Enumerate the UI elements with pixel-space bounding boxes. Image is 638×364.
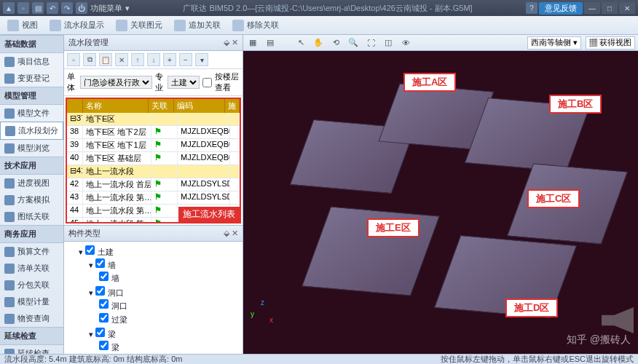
zone-a-label: 施工A区 — [403, 73, 456, 92]
rotate-icon[interactable]: ⟲ — [329, 36, 342, 50]
speaker-icon — [602, 307, 634, 333]
unit-select[interactable]: 门急诊楼及行政 — [80, 76, 152, 89]
cursor-icon[interactable]: ↖ — [294, 36, 307, 50]
nav-section-biz: 商务应用 — [0, 225, 63, 243]
zone-b-label: 施工B区 — [549, 95, 602, 114]
change-icon — [4, 74, 15, 84]
maximize-button[interactable]: □ — [602, 2, 618, 14]
table-row[interactable]: 42地上一流水段 首层⚑MJZLDSYLSDL001 — [67, 178, 240, 191]
fit-icon[interactable]: ⛶ — [364, 36, 377, 50]
nav-subcontract[interactable]: 分包关联 — [0, 277, 63, 293]
nav-budget[interactable]: 预算文件 — [0, 243, 63, 260]
unit-label: 单体 — [67, 71, 77, 93]
minus-btn[interactable]: − — [179, 53, 192, 66]
tree-wall-leaf[interactable]: 墙 — [99, 271, 238, 285]
table-row[interactable]: 38地下E区 地下2层⚑MJZLDXEQB02 — [67, 126, 240, 139]
info-icon — [4, 57, 15, 67]
byfloor-checkbox[interactable] — [202, 78, 212, 87]
tree-wall[interactable]: ▾ 墙 墙 — [89, 258, 238, 285]
nav-material[interactable]: 物资查询 — [0, 310, 63, 327]
zone-e-label: 施工E区 — [367, 218, 420, 237]
component-tree[interactable]: ▾ 土建 ▾ 墙 墙 ▾ 洞口 洞口 过梁 ▾ 梁 梁 圈梁 — [64, 242, 243, 354]
ribbon-link[interactable]: 关联图元 — [113, 20, 165, 31]
nav-section-model: 模型管理 — [0, 87, 63, 105]
budget-icon — [4, 247, 15, 257]
status-left: 流水段高度: 5.4m 建筑底标高: 0m 结构底标高: 0m — [4, 354, 182, 364]
table-row[interactable]: 39地下E区 地下1层⚑MJZLDXEQB01 — [67, 139, 240, 152]
tree-beam[interactable]: ▾ 梁 梁 圈梁 — [89, 327, 238, 354]
titlebar: ▲ ▫ ▤ ↶ ↷ ⏻ 功能菜单 ▾ 广联达 BIM5D 2.0—[云南城投-C… — [0, 0, 638, 16]
open-icon[interactable]: ▤ — [32, 2, 44, 14]
del-btn[interactable]: ✕ — [115, 53, 128, 66]
window-title: 广联达 BIM5D 2.0—[云南城投-C:\Users\emrj-a\Desk… — [130, 3, 526, 14]
nav-list-link[interactable]: 清单关联 — [0, 260, 63, 277]
nav-model-browse[interactable]: 模型浏览 — [0, 140, 63, 157]
comp-panel-title: 构件类型 ⬙ ✕ — [64, 226, 243, 242]
append-icon — [174, 20, 186, 31]
sub-icon — [4, 280, 15, 290]
menu-dropdown[interactable]: 功能菜单 — [90, 3, 122, 14]
up-btn[interactable]: ↑ — [131, 53, 144, 66]
nav-drawing[interactable]: 图纸关联 — [0, 208, 63, 225]
nav-model-calc[interactable]: 模型计量 — [0, 293, 63, 310]
help-icon[interactable]: ? — [526, 2, 537, 14]
table-row[interactable]: 43地上一流水段 第…⚑MJZLDSYLSDL002 — [67, 191, 240, 205]
ribbon-append[interactable]: 追加关联 — [171, 20, 224, 31]
nav-model-file[interactable]: 模型文件 — [0, 105, 63, 122]
new-icon[interactable]: ▫ — [17, 2, 29, 14]
viewport-3d[interactable]: ▦ ▤ ↖ ✋ ⟲ 🔍 ⛶ ◫ 👁 西南等轴侧 ▾ ▦ 获得视图 施工A区 施工… — [243, 35, 638, 354]
get-view-button[interactable]: ▦ 获得视图 — [586, 36, 635, 50]
layers-icon[interactable]: ▤ — [264, 36, 277, 50]
list-icon — [4, 264, 15, 274]
file-icon — [4, 108, 15, 119]
viewport-toolbar: ▦ ▤ ↖ ✋ ⟲ 🔍 ⛶ ◫ 👁 西南等轴侧 ▾ ▦ 获得视图 — [243, 35, 638, 51]
undo-icon[interactable]: ↶ — [47, 2, 58, 14]
drawing-icon — [4, 212, 15, 222]
spec-select[interactable]: 土建 — [168, 76, 200, 89]
pin2-icon[interactable]: ⬙ ✕ — [224, 229, 238, 238]
nav-section-check: 延续检查 — [0, 327, 63, 345]
view-angle-select[interactable]: 西南等轴侧 ▾ — [527, 36, 581, 50]
zoom-icon[interactable]: 🔍 — [347, 36, 360, 50]
nav-flow-division[interactable]: 流水段划分 — [0, 122, 63, 140]
paste-btn[interactable]: 📋 — [99, 53, 112, 66]
scene-3d[interactable]: 施工A区 施工B区 施工C区 施工D区 施工E区 x y z 知乎 @搬砖人 — [243, 51, 638, 354]
nav-project-info[interactable]: 项目信息 — [0, 53, 63, 70]
ribbon-flow[interactable]: 流水段显示 — [47, 20, 107, 31]
flow-toolbar: ▫ ⧉ 📋 ✕ ↑ ↓ + − ▾ — [64, 51, 243, 69]
status-right: 按住鼠标左键拖动，单击鼠标右键或ESC退出旋转模式 — [441, 354, 634, 364]
new-btn[interactable]: ▫ — [67, 53, 80, 66]
nav-progress[interactable]: 进度视图 — [0, 175, 63, 191]
nav-change-reg[interactable]: 变更登记 — [0, 70, 63, 87]
nav-scheme[interactable]: 方案模拟 — [0, 191, 63, 208]
table-row[interactable]: ⊟41地上一流水段 — [67, 165, 240, 178]
check-icon — [4, 349, 15, 355]
redo-icon[interactable]: ↷ — [61, 2, 73, 14]
add-btn[interactable]: + — [163, 53, 176, 66]
browse-icon — [4, 143, 15, 154]
minimize-button[interactable]: — — [584, 2, 600, 14]
table-row[interactable]: ⊟37地下E区 — [67, 113, 240, 126]
eye-icon[interactable]: 👁 — [399, 36, 412, 50]
power-icon[interactable]: ⏻ — [76, 2, 87, 14]
nav-check[interactable]: 延续检查 — [0, 345, 63, 354]
ribbon-view[interactable]: 视图 — [4, 20, 41, 31]
division-icon — [5, 126, 15, 136]
copy-btn[interactable]: ⧉ — [83, 53, 96, 66]
box-icon[interactable]: ◫ — [382, 36, 395, 50]
more-btn[interactable]: ▾ — [195, 53, 208, 66]
close-button[interactable]: ✕ — [619, 2, 635, 14]
pin-icon[interactable]: ⬙ ✕ — [224, 38, 238, 47]
down-btn[interactable]: ↓ — [147, 53, 160, 66]
table-row[interactable]: 40地下E区 基础层⚑MJZLDXEQB00 — [67, 152, 240, 165]
tree-opening[interactable]: ▾ 洞口 洞口 过梁 — [89, 285, 238, 327]
byfloor-label: 按楼层查看 — [215, 71, 240, 93]
spec-label: 专业 — [155, 71, 165, 93]
tree-root[interactable]: ▾ 土建 ▾ 墙 墙 ▾ 洞口 洞口 过梁 ▾ 梁 梁 圈梁 — [79, 245, 238, 354]
grid-icon[interactable]: ▦ — [246, 36, 259, 50]
feedback-button[interactable]: 意见反馈 — [539, 2, 583, 15]
pan-icon[interactable]: ✋ — [312, 36, 325, 50]
ribbon-remove[interactable]: 移除关联 — [229, 20, 282, 31]
table-body: ⊟37地下E区38地下E区 地下2层⚑MJZLDXEQB0239地下E区 地下1… — [67, 113, 240, 222]
view-icon — [7, 20, 19, 31]
